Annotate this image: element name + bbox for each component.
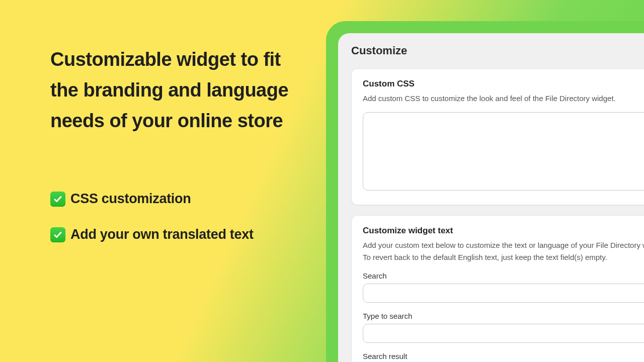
type-to-search-input[interactable] [363, 324, 644, 343]
widget-text-title: Customize widget text [363, 226, 644, 236]
check-icon [50, 227, 65, 242]
search-label: Search [363, 272, 644, 280]
bullet-list: CSS customization Add your own translate… [50, 191, 312, 242]
custom-css-card: Custom CSS Add custom CSS to customize t… [351, 68, 644, 205]
app-window: Customize Custom CSS Add custom CSS to c… [338, 33, 644, 362]
type-to-search-label: Type to search [363, 312, 644, 320]
widget-text-description-line2: To revert back to the default English te… [363, 252, 644, 263]
headline: Customizable widget to fit the branding … [50, 44, 312, 136]
bullet-item: Add your own translated text [50, 227, 312, 242]
check-icon [50, 192, 65, 207]
search-input[interactable] [363, 284, 644, 303]
bullet-text: Add your own translated text [70, 227, 254, 242]
marketing-copy: Customizable widget to fit the branding … [50, 44, 312, 262]
search-result-label: Search result [363, 352, 644, 360]
custom-css-title: Custom CSS [363, 79, 644, 89]
widget-text-description-line1: Add your custom text below to customize … [363, 240, 644, 251]
app-frame: Customize Custom CSS Add custom CSS to c… [326, 21, 644, 362]
custom-css-input[interactable] [363, 112, 644, 191]
page-title: Customize [351, 44, 644, 57]
promo-canvas: Customizable widget to fit the branding … [0, 0, 644, 362]
custom-css-description: Add custom CSS to customize the look and… [363, 93, 644, 104]
bullet-text: CSS customization [70, 191, 191, 207]
bullet-item: CSS customization [50, 191, 312, 207]
widget-text-card: Customize widget text Add your custom te… [351, 215, 644, 362]
